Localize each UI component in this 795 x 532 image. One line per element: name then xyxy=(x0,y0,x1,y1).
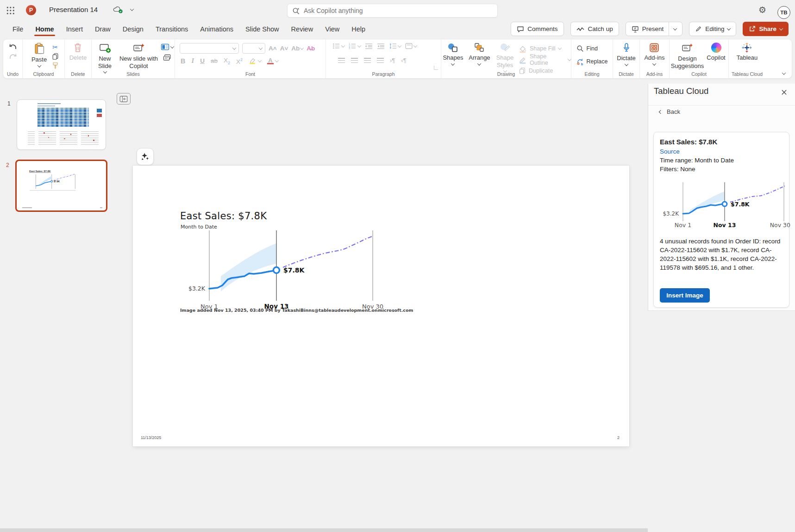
present-dropdown[interactable] xyxy=(669,22,676,36)
settings-gear-icon[interactable]: ⚙ xyxy=(758,5,766,15)
italic-button[interactable]: I xyxy=(191,57,194,65)
collapse-ribbon-chevron-icon[interactable] xyxy=(782,71,786,74)
account-avatar[interactable]: TB xyxy=(777,6,790,19)
replace-button[interactable]: Gb Replace xyxy=(576,56,608,67)
copilot-search-input[interactable] xyxy=(304,7,493,14)
format-painter-button[interactable] xyxy=(52,62,59,69)
undo-button[interactable] xyxy=(9,43,17,50)
increase-indent-button[interactable] xyxy=(377,43,385,49)
tab-design[interactable]: Design xyxy=(117,21,150,37)
comments-button[interactable]: Comments xyxy=(511,22,563,36)
tab-file[interactable]: File xyxy=(6,21,29,37)
cut-button[interactable]: ✂ xyxy=(52,43,58,51)
font-name-select[interactable] xyxy=(180,43,239,54)
dictate-chevron-icon xyxy=(624,62,628,66)
paint-bucket-icon xyxy=(519,45,527,53)
redo-button[interactable] xyxy=(9,53,17,60)
add-ins-label: Add-ins xyxy=(644,54,664,62)
rtl-paragraph-button[interactable]: ‹¶ xyxy=(401,57,406,64)
collapse-thumbnail-pane-button[interactable] xyxy=(117,93,131,105)
shape-fill-button[interactable]: Shape Fill xyxy=(519,43,561,54)
copilot-search-box[interactable] xyxy=(287,4,498,18)
tab-insert[interactable]: Insert xyxy=(60,21,89,37)
superscript-button[interactable]: X2 xyxy=(236,57,243,65)
highlight-color-button[interactable] xyxy=(249,57,261,64)
tab-draw[interactable]: Draw xyxy=(89,21,117,37)
tableau-logo-icon xyxy=(742,43,752,53)
shape-outline-button[interactable]: Shape Outline xyxy=(519,55,571,65)
share-button[interactable]: Share xyxy=(743,22,789,36)
decrease-indent-button[interactable] xyxy=(365,43,373,49)
layout-chevron-icon xyxy=(170,44,174,48)
back-chevron-icon xyxy=(659,110,663,113)
justify-button[interactable] xyxy=(377,58,384,63)
copilot-label: Copilot xyxy=(707,54,725,62)
align-center-button[interactable] xyxy=(351,58,358,63)
thumb2-slide-number-line xyxy=(100,207,103,208)
catch-up-button[interactable]: Catch up xyxy=(570,22,619,36)
back-button[interactable]: Back xyxy=(659,108,680,115)
source-link[interactable]: Source xyxy=(660,148,680,155)
tab-animations[interactable]: Animations xyxy=(194,21,239,37)
insert-image-button[interactable]: Insert Image xyxy=(660,288,710,303)
ribbon-tab-bar: File Home Insert Draw Design Transitions… xyxy=(0,20,795,38)
tab-slide-show[interactable]: Slide Show xyxy=(239,21,285,37)
paste-label: Paste xyxy=(31,56,47,63)
line-spacing-button[interactable] xyxy=(389,43,401,49)
filters-text: Filters: None xyxy=(660,166,695,173)
ribbon-group-delete: Delete Delete xyxy=(65,39,92,78)
title-chevron-down-icon[interactable] xyxy=(130,7,134,11)
underline-button[interactable]: U xyxy=(200,57,205,64)
document-title[interactable]: Presentation 14 xyxy=(49,6,98,13)
thumbnail-slide-1[interactable] xyxy=(17,99,106,150)
thumb1-heatmap xyxy=(38,108,89,127)
panel-close-button[interactable] xyxy=(779,87,789,97)
clear-formatting-button[interactable]: A̶b xyxy=(307,45,315,52)
mini-x-tick-nov1: Nov 1 xyxy=(675,222,691,229)
powerpoint-logo-icon[interactable]: P xyxy=(26,5,36,15)
tab-help[interactable]: Help xyxy=(345,21,371,37)
find-button[interactable]: Find xyxy=(576,43,598,54)
slide-sales-chart: $3.2K $7.8K Nov 1 Nov 13 Nov 30 xyxy=(179,229,392,316)
slide-layout-button[interactable] xyxy=(161,43,174,50)
bold-button[interactable]: B xyxy=(181,57,185,65)
align-right-button[interactable] xyxy=(364,58,371,63)
align-left-button[interactable] xyxy=(338,58,345,63)
svg-text:3: 3 xyxy=(349,47,350,49)
reset-slide-button[interactable] xyxy=(163,54,171,61)
tab-view[interactable]: View xyxy=(319,21,345,37)
tab-review[interactable]: Review xyxy=(285,21,319,37)
tab-transitions[interactable]: Transitions xyxy=(150,21,194,37)
thumb1-subtitle-line xyxy=(38,105,55,106)
bottom-scrollbar-strip[interactable] xyxy=(0,528,648,532)
change-case-button[interactable]: Ab xyxy=(291,45,303,52)
share-label: Share xyxy=(759,25,776,32)
slide-canvas[interactable]: East Sales: $7.8K Month to Date $3.2K $7… xyxy=(133,166,629,446)
ltr-paragraph-button[interactable]: ›¶ xyxy=(390,57,395,64)
strikethrough-button[interactable]: ab xyxy=(211,57,218,64)
bullets-button[interactable] xyxy=(332,43,344,49)
editing-mode-button[interactable]: Editing xyxy=(689,22,736,36)
numbering-button[interactable]: 123 xyxy=(349,43,361,49)
ribbon-group-copilot: Design Suggestions Copilot Copilot xyxy=(670,39,729,78)
copy-button[interactable] xyxy=(52,53,59,60)
shrink-font-button[interactable]: A˅ xyxy=(280,45,288,52)
comments-icon xyxy=(517,25,524,33)
font-size-select[interactable] xyxy=(242,43,265,54)
group-label-add-ins: Add-ins xyxy=(640,71,669,77)
designer-sparkle-button[interactable] xyxy=(137,148,154,165)
app-launcher-waffle-icon[interactable] xyxy=(6,6,14,14)
new-slide-label: New Slide xyxy=(93,55,117,69)
ribbon-group-drawing: Shapes Arrange Shape Styles Shape Fill xyxy=(441,39,571,78)
tab-home[interactable]: Home xyxy=(29,21,60,37)
paragraph-dialog-launcher-icon[interactable] xyxy=(434,66,438,70)
grow-font-button[interactable]: A˄ xyxy=(269,45,277,52)
thumbnail-slide-2[interactable]: East Sales: $7.8K $7.8K xyxy=(15,160,107,212)
subscript-button[interactable]: X2 xyxy=(224,57,230,65)
panel-mini-chart: $3.2K $7.8K Nov 1 Nov 13 Nov 30 xyxy=(654,179,793,232)
text-direction-button[interactable] xyxy=(405,43,417,49)
font-color-button[interactable]: A xyxy=(267,58,278,65)
thumbnail-1-number: 1 xyxy=(7,100,11,107)
present-button[interactable]: Present xyxy=(626,22,683,36)
catch-up-wave-icon xyxy=(576,26,585,32)
